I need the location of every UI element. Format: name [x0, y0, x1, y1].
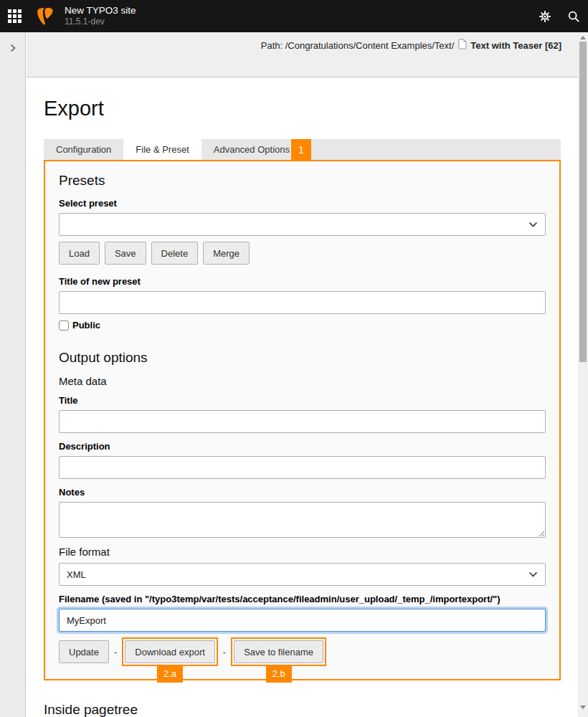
- file-format-heading: File format: [59, 546, 546, 558]
- merge-preset-button[interactable]: Merge: [203, 242, 250, 265]
- meta-notes-textarea[interactable]: [59, 502, 546, 538]
- site-title: New TYPO3 site: [65, 5, 136, 17]
- breadcrumb: Path: /Congratulations/Content Examples/…: [261, 39, 561, 52]
- vertical-scrollbar[interactable]: [578, 32, 588, 717]
- load-preset-button[interactable]: Load: [59, 242, 100, 265]
- public-checkbox[interactable]: [59, 320, 69, 331]
- inside-pagetree-section: Inside pagetree Controls Title Message: [44, 702, 561, 717]
- presets-heading: Presets: [59, 173, 546, 189]
- tab-configuration[interactable]: Configuration: [44, 139, 123, 160]
- output-options-heading: Output options: [59, 350, 546, 366]
- scroll-down-arrow[interactable]: [578, 702, 588, 712]
- file-format-select[interactable]: XML: [59, 563, 546, 586]
- update-button[interactable]: Update: [59, 640, 109, 663]
- inside-pagetree-heading: Inside pagetree: [44, 702, 561, 717]
- page-title: Export: [44, 97, 561, 120]
- settings-button[interactable]: [531, 0, 559, 32]
- chevron-right-icon: [9, 44, 16, 52]
- tab-advanced-options[interactable]: Advanced Options: [201, 139, 302, 160]
- delete-preset-button[interactable]: Delete: [151, 242, 199, 265]
- save-to-filename-button[interactable]: Save to filename: [234, 640, 323, 663]
- typo3-logo-icon: [37, 7, 54, 26]
- meta-title-label: Title: [59, 395, 546, 406]
- annotation-badge-2b: 2.b: [266, 665, 292, 683]
- separator-dash: -: [223, 647, 226, 657]
- module-area: Path: /Congratulations/Content Examples/…: [27, 32, 578, 717]
- new-preset-title-label: Title of new preset: [59, 276, 546, 287]
- annotation-frame-2a: Download export 2.a: [122, 637, 218, 666]
- scrollbar-thumb[interactable]: [579, 42, 587, 362]
- preset-select[interactable]: [59, 213, 546, 236]
- gear-icon: [539, 10, 551, 23]
- page-record-icon: [458, 39, 467, 52]
- meta-notes-label: Notes: [59, 487, 546, 498]
- chevron-down-icon: [528, 222, 538, 227]
- search-icon: [567, 10, 580, 23]
- select-preset-label: Select preset: [59, 198, 546, 209]
- download-export-button[interactable]: Download export: [125, 640, 215, 663]
- typo3-backend: New TYPO3 site 11.5.1-dev: [0, 0, 588, 717]
- new-preset-title-input[interactable]: [59, 291, 546, 314]
- annotation-frame-2b: Save to filename 2.b: [231, 637, 326, 666]
- meta-description-input[interactable]: [59, 456, 546, 479]
- apps-grid-icon: [8, 9, 22, 23]
- annotation-badge-1: 1: [291, 139, 311, 160]
- tab-file-preset[interactable]: File & Preset: [123, 139, 201, 160]
- record-title[interactable]: Text with Teaser [62]: [470, 40, 561, 51]
- module-body: Export Configuration File & Preset Advan…: [27, 97, 578, 717]
- annotation-badge-2a: 2.a: [157, 665, 183, 683]
- filename-label: Filename (saved in "/typo3temp/var/tests…: [59, 594, 546, 604]
- docheader: Path: /Congratulations/Content Examples/…: [27, 32, 578, 77]
- scroll-up-arrow[interactable]: [578, 32, 588, 42]
- save-preset-button[interactable]: Save: [105, 242, 146, 265]
- search-button[interactable]: [559, 0, 588, 32]
- separator-dash: -: [114, 647, 117, 657]
- meta-title-input[interactable]: [59, 410, 546, 433]
- modules-menu-button[interactable]: [0, 0, 29, 32]
- chevron-down-icon: [528, 571, 538, 577]
- filename-input[interactable]: [59, 609, 546, 632]
- topbar: New TYPO3 site 11.5.1-dev: [0, 0, 588, 32]
- typo3-logo[interactable]: [33, 0, 57, 32]
- meta-description-label: Description: [59, 441, 546, 452]
- meta-data-heading: Meta data: [59, 375, 546, 387]
- public-checkbox-label: Public: [72, 320, 100, 331]
- site-version: 11.5.1-dev: [65, 16, 136, 27]
- file-preset-panel: Presets Select preset Load Save Delete M…: [44, 160, 561, 680]
- expand-pagetree-button[interactable]: [0, 36, 25, 60]
- breadcrumb-path: Path: /Congratulations/Content Examples/…: [261, 40, 455, 51]
- tab-strip: Configuration File & Preset Advanced Opt…: [44, 139, 561, 160]
- page-tree-rail: [0, 32, 26, 717]
- file-format-value: XML: [67, 569, 86, 580]
